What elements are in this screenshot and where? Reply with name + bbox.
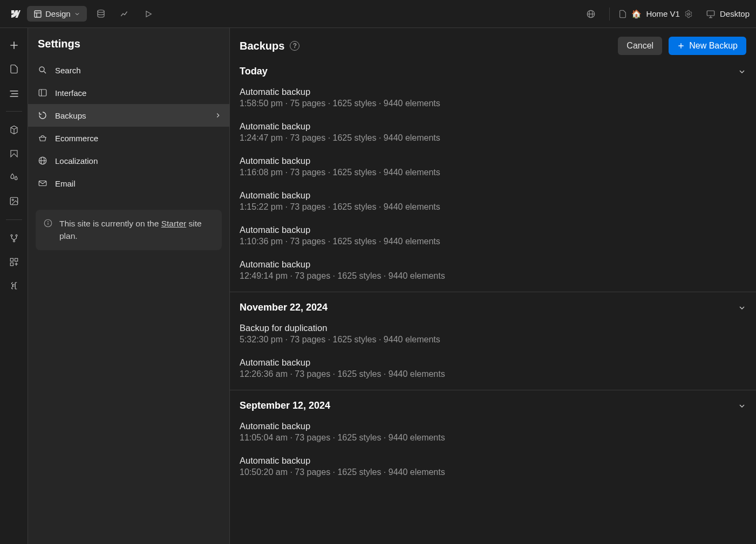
backup-group-header[interactable]: November 22, 2024 — [230, 292, 756, 318]
backup-meta: 11:05:04 am · 73 pages · 1625 styles · 9… — [240, 433, 746, 443]
backup-item[interactable]: Automatic backup12:49:14 pm · 73 pages ·… — [230, 254, 756, 288]
gear-icon — [684, 10, 693, 18]
svg-rect-16 — [10, 258, 13, 261]
style-icon — [9, 149, 19, 159]
box-icon — [9, 125, 19, 135]
plus-icon — [9, 40, 19, 51]
logic-tool[interactable] — [3, 228, 25, 249]
pages-tool[interactable] — [3, 58, 25, 80]
backup-group-header[interactable]: Today — [230, 61, 756, 81]
database-icon — [96, 9, 106, 19]
mail-icon — [38, 178, 47, 188]
backup-meta: 1:15:22 pm · 73 pages · 1625 styles · 94… — [240, 202, 746, 212]
assets-tool[interactable] — [3, 190, 25, 212]
backup-item[interactable]: Automatic backup1:58:50 pm · 75 pages · … — [230, 81, 756, 116]
svg-point-13 — [11, 235, 12, 236]
page-icon — [618, 10, 627, 18]
backup-title: Automatic backup — [240, 225, 746, 235]
backup-meta: 12:26:36 am · 73 pages · 1625 styles · 9… — [240, 369, 746, 379]
backup-item[interactable]: Backup for duplication5:32:30 pm · 73 pa… — [230, 318, 756, 352]
settings-title: Settings — [28, 28, 229, 57]
settings-item-interface[interactable]: Interface — [28, 81, 229, 104]
settings-item-label: Interface — [55, 88, 86, 98]
settings-item-email[interactable]: Email — [28, 172, 229, 195]
backup-item[interactable]: Automatic backup1:10:36 pm · 73 pages · … — [230, 219, 756, 254]
breakpoint-indicator[interactable]: Desktop — [706, 9, 750, 19]
settings-item-ecommerce[interactable]: Ecommerce — [28, 127, 229, 149]
search-icon — [38, 65, 47, 75]
backup-title: Automatic backup — [240, 357, 746, 368]
group-label: September 12, 2024 — [240, 400, 330, 411]
settings-item-label: Backups — [55, 111, 86, 120]
help-icon[interactable]: ? — [290, 41, 299, 51]
backup-item[interactable]: Automatic backup1:15:22 pm · 73 pages · … — [230, 185, 756, 219]
design-mode-dropdown[interactable]: Design — [27, 6, 87, 22]
svg-text:F: F — [12, 284, 15, 288]
backup-meta: 5:32:30 pm · 73 pages · 1625 styles · 94… — [240, 335, 746, 345]
svg-rect-27 — [39, 181, 46, 186]
info-icon — [43, 218, 53, 228]
page-settings-icon[interactable] — [684, 10, 693, 18]
components-tool[interactable] — [3, 119, 25, 141]
settings-item-backups[interactable]: Backups — [28, 104, 229, 127]
svg-rect-0 — [35, 11, 41, 17]
svg-rect-17 — [15, 258, 17, 261]
settings-item-search[interactable]: Search — [28, 59, 229, 81]
backup-title: Automatic backup — [240, 87, 746, 97]
group-label: November 22, 2024 — [240, 302, 328, 313]
settings-item-label: Localization — [55, 156, 98, 166]
cms-icon-button[interactable] — [91, 4, 111, 24]
chevron-down-icon[interactable] — [738, 67, 746, 76]
divider — [6, 219, 22, 220]
new-backup-label: New Backup — [689, 41, 738, 51]
backup-title: Automatic backup — [240, 456, 746, 466]
svg-rect-11 — [10, 197, 18, 205]
backup-group-header[interactable]: September 12, 2024 — [230, 390, 756, 416]
settings-item-label: Search — [55, 66, 81, 75]
webflow-logo-icon[interactable] — [6, 6, 23, 22]
svg-point-15 — [13, 240, 15, 242]
page-emoji: 🏠 — [631, 9, 642, 19]
backup-list[interactable]: TodayAutomatic backup1:58:50 pm · 75 pag… — [230, 61, 756, 544]
backup-item[interactable]: Automatic backup10:50:20 am · 73 pages ·… — [230, 450, 756, 485]
new-backup-button[interactable]: New Backup — [669, 37, 746, 55]
desktop-icon — [706, 9, 716, 19]
locale-icon-button[interactable] — [581, 4, 601, 24]
chevron-down-icon[interactable] — [738, 304, 746, 312]
style-tool[interactable] — [3, 143, 25, 164]
divider — [609, 8, 610, 20]
analytics-icon-button[interactable] — [115, 4, 134, 24]
backup-item[interactable]: Automatic backup11:05:04 am · 73 pages ·… — [230, 416, 756, 450]
backup-icon — [38, 111, 47, 120]
svg-line-21 — [44, 71, 46, 73]
topbar: Design 🏠 Home V1 Desktop — [0, 0, 756, 28]
preview-icon-button[interactable] — [139, 4, 158, 24]
backup-meta: 1:24:47 pm · 73 pages · 1625 styles · 94… — [240, 133, 746, 143]
basket-icon — [38, 133, 47, 143]
add-tool[interactable] — [3, 35, 25, 56]
file-icon — [9, 64, 19, 74]
variables-tool[interactable] — [3, 167, 25, 188]
page-indicator[interactable]: 🏠 Home V1 — [618, 9, 680, 19]
svg-point-3 — [98, 10, 104, 12]
topbar-left: Design — [6, 4, 158, 24]
globe-icon — [586, 9, 596, 19]
plus-icon — [677, 42, 685, 50]
group-label: Today — [240, 66, 268, 77]
backup-title: Automatic backup — [240, 121, 746, 132]
backup-item[interactable]: Automatic backup1:16:08 pm · 73 pages · … — [230, 150, 756, 185]
apps-tool[interactable] — [3, 251, 25, 273]
settings-item-localization[interactable]: Localization — [28, 149, 229, 172]
backup-title: Automatic backup — [240, 156, 746, 166]
navigator-tool[interactable] — [3, 82, 25, 104]
font-tool[interactable]: F — [3, 275, 25, 297]
font-icon: F — [9, 281, 19, 291]
info-prefix: This site is currently on the — [59, 219, 161, 228]
backup-item[interactable]: Automatic backup12:26:36 am · 73 pages ·… — [230, 352, 756, 387]
backup-item[interactable]: Automatic backup1:24:47 pm · 73 pages · … — [230, 116, 756, 150]
chevron-down-icon[interactable] — [738, 402, 746, 410]
chevron-down-icon — [74, 11, 80, 17]
plan-link[interactable]: Starter — [161, 219, 187, 228]
svg-rect-8 — [707, 11, 714, 16]
cancel-button[interactable]: Cancel — [618, 37, 662, 55]
